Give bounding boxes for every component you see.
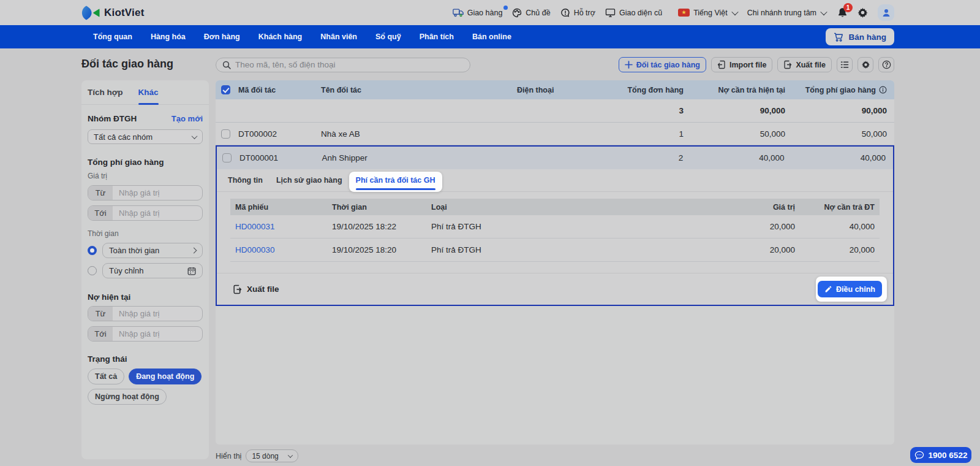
status-pill-inactive[interactable]: Ngừng hoạt động <box>88 389 167 405</box>
debt-to-input[interactable] <box>113 327 203 341</box>
nav-item-tong-quan[interactable]: Tổng quan <box>93 32 132 41</box>
row-name: Nhà xe AB <box>318 129 514 139</box>
vietnam-flag-icon: ★ <box>678 9 690 17</box>
nav-item-khach-hang[interactable]: Khách hàng <box>258 32 303 41</box>
export-file-label: Xuất file <box>796 61 826 69</box>
topbar-item-label: Giao hàng <box>467 9 503 17</box>
brand-name: KiotViet <box>104 7 145 19</box>
add-partner-button[interactable]: Đối tác giao hàng <box>619 57 706 72</box>
detail-tab-thong-tin[interactable]: Thông tin <box>228 169 263 192</box>
row-orders: 2 <box>614 153 686 162</box>
topbar: KiotViet Giao hàng <box>0 0 980 25</box>
branch-selector[interactable]: Chi nhánh trung tâm <box>747 9 826 17</box>
topbar-item-giao-dien-cu[interactable]: Giao diện cũ <box>605 8 662 17</box>
group-select[interactable]: Tất cả các nhóm <box>88 129 203 144</box>
notifications-button[interactable]: 1 <box>837 7 848 18</box>
sell-button[interactable]: Bán hàng <box>826 28 894 45</box>
group-heading: Nhóm ĐTGH <box>88 114 137 123</box>
time-custom-select[interactable]: Tùy chỉnh <box>102 263 203 278</box>
summary-debt: 90,000 <box>686 106 788 115</box>
nav-item-ban-online[interactable]: Bán online <box>472 32 511 41</box>
col-ten-doi-tac[interactable]: Tên đối tác <box>318 86 514 94</box>
adjust-button[interactable]: Điều chỉnh <box>818 281 882 297</box>
col-dien-thoai[interactable]: Điện thoại <box>514 86 614 94</box>
status-pill-all[interactable]: Tất cả <box>88 369 124 384</box>
export-file-button[interactable]: Xuất file <box>777 57 832 72</box>
fees-table-header: Mã phiếu Thời gian Loại Giá trị Nợ cần t… <box>230 199 880 215</box>
help-button[interactable] <box>878 57 894 72</box>
topbar-item-ho-tro[interactable]: Hỗ trợ <box>560 8 595 18</box>
topbar-item-giao-hang[interactable]: Giao hàng <box>453 8 503 17</box>
debt-heading: Nợ hiện tại <box>88 292 130 302</box>
table-row-selected[interactable]: DT000001 Anh Shipper 2 40,000 40,000 <box>217 147 893 169</box>
summary-row: 3 90,000 90,000 <box>216 99 894 123</box>
topbar-item-label: Chủ đề <box>526 9 550 17</box>
fee-to-input[interactable] <box>113 206 203 220</box>
tab-tich-hop[interactable]: Tích hợp <box>88 80 123 105</box>
search-icon <box>222 61 231 69</box>
col-tong-phi[interactable]: Tổng phí giao hàng <box>788 86 894 94</box>
col-no-dt: Nợ cần trả ĐT <box>800 203 880 212</box>
fee-from-input[interactable] <box>113 186 203 200</box>
table-header: Mã đối tác Tên đối tác Điện thoại Tổng đ… <box>216 80 894 99</box>
col-thoi-gian: Thời gian <box>327 203 426 212</box>
col-tong-phi-label: Tổng phí giao hàng <box>805 86 876 94</box>
chevron-right-icon <box>191 248 197 254</box>
detail-footer: Xuất file Điều chỉnh <box>217 273 893 305</box>
import-file-button[interactable]: Import file <box>711 57 772 72</box>
row-checkbox[interactable] <box>222 153 232 162</box>
row-fee: 50,000 <box>788 129 894 139</box>
pencil-icon <box>824 285 832 293</box>
tab-khac[interactable]: Khác <box>138 80 159 105</box>
fee-id-link[interactable]: HD000031 <box>235 222 275 231</box>
debt-to-prefix: Tới <box>88 327 113 341</box>
detail-export-button[interactable]: Xuất file <box>233 285 279 294</box>
detail-tab-lich-su[interactable]: Lịch sử giao hàng <box>276 169 342 192</box>
time-all-select[interactable]: Toàn thời gian <box>102 243 203 258</box>
nav-item-don-hang[interactable]: Đơn hàng <box>204 32 240 41</box>
nav-item-nhan-vien[interactable]: Nhân viên <box>320 32 357 41</box>
settings-button[interactable] <box>858 7 868 18</box>
notification-dot <box>503 6 508 10</box>
select-all-checkbox[interactable] <box>221 85 230 94</box>
detail-tab-phi-can-tra[interactable]: Phí cần trả đối tác GH <box>356 169 435 192</box>
monitor-icon <box>605 8 616 17</box>
nav-item-so-quy[interactable]: Sổ quỹ <box>375 32 401 41</box>
kiotviet-logo[interactable]: KiotViet <box>81 6 145 20</box>
row-checkbox[interactable] <box>221 129 230 139</box>
debt-to-input-group: Tới <box>88 326 203 342</box>
language-label: Tiếng Việt <box>693 9 728 17</box>
nav-item-hang-hoa[interactable]: Hàng hóa <box>151 32 186 41</box>
col-ma-doi-tac[interactable]: Mã đối tác <box>236 86 318 94</box>
nav-item-phan-tich[interactable]: Phân tích <box>420 32 454 41</box>
summary-fee: 90,000 <box>788 106 894 115</box>
language-selector[interactable]: ★ Tiếng Việt <box>678 9 737 17</box>
time-all-label: Toàn thời gian <box>109 246 159 255</box>
column-settings-button[interactable] <box>837 57 853 72</box>
support-chat-button[interactable]: 1900 6522 <box>910 447 971 463</box>
table-row[interactable]: DT000002 Nhà xe AB 1 50,000 50,000 <box>216 123 894 145</box>
fee-from-input-group: Từ <box>88 185 203 201</box>
time-all-radio[interactable] <box>88 246 97 255</box>
status-pill-active[interactable]: Đang hoạt động <box>129 369 202 384</box>
row-code: DT000001 <box>237 153 320 162</box>
col-tong-don[interactable]: Tổng đơn hàng <box>614 86 686 94</box>
fee-id-link[interactable]: HD000030 <box>235 245 275 254</box>
debt-from-input[interactable] <box>113 307 203 321</box>
adjust-button-label: Điều chỉnh <box>836 285 875 294</box>
create-group-link[interactable]: Tạo mới <box>172 114 203 123</box>
page-size-select[interactable]: 15 dòng <box>246 449 298 462</box>
table-settings-button[interactable] <box>858 57 873 72</box>
user-avatar[interactable] <box>878 4 894 21</box>
toolbar: Đối tác giao hàng Import file Xuất file <box>216 57 894 72</box>
chat-phone-label: 1900 6522 <box>929 451 968 460</box>
list-footer: Hiển thị 15 dòng <box>216 449 298 462</box>
time-custom-radio[interactable] <box>88 266 97 275</box>
topbar-item-chu-de[interactable]: Chủ đề <box>512 8 550 18</box>
debt-from-prefix: Từ <box>88 307 113 321</box>
search-input[interactable] <box>235 60 464 69</box>
fee-to-input-group: Tới <box>88 205 203 221</box>
file-import-icon <box>717 60 726 69</box>
col-no-can-tra[interactable]: Nợ cần trả hiện tại <box>686 86 788 94</box>
row-code: DT000002 <box>236 129 318 139</box>
